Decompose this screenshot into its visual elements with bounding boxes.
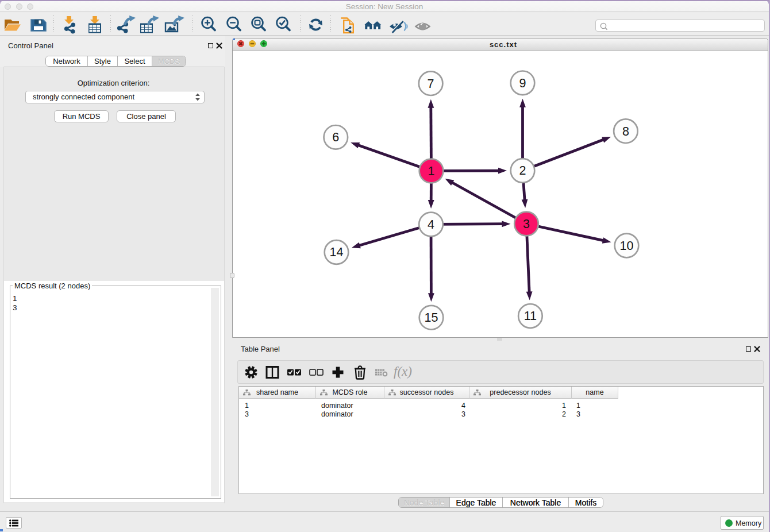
svg-text:6: 6 xyxy=(332,130,339,144)
svg-text:10: 10 xyxy=(620,239,634,253)
svg-text:7: 7 xyxy=(428,77,434,91)
svg-text:1: 1 xyxy=(428,164,435,178)
svg-text:11: 11 xyxy=(524,309,537,323)
svg-text:14: 14 xyxy=(330,245,344,259)
svg-text:8: 8 xyxy=(622,125,629,138)
svg-text:4: 4 xyxy=(428,218,434,232)
svg-text:2: 2 xyxy=(519,164,526,178)
svg-text:9: 9 xyxy=(519,76,526,90)
svg-text:3: 3 xyxy=(523,217,530,231)
svg-text:15: 15 xyxy=(425,311,438,325)
